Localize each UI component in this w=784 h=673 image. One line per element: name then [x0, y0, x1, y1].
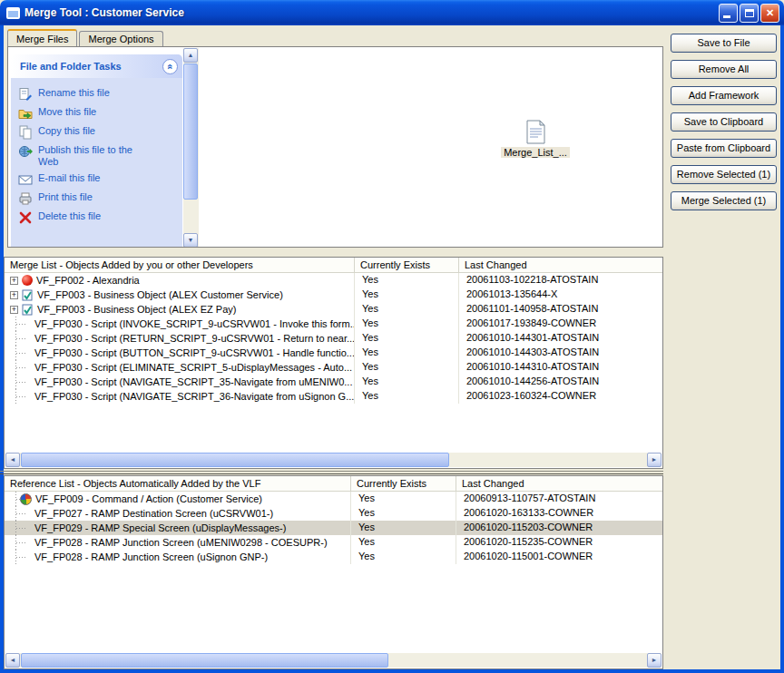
tab-merge-options[interactable]: Merge Options — [79, 31, 162, 46]
tree-line — [7, 331, 34, 346]
column-currently-exists: Currently Exists — [355, 258, 459, 272]
column-currently-exists: Currently Exists — [351, 476, 456, 491]
object-name-cell: VF_FP030 - Script (NAVIGATE_SCRIPT_36-Na… — [5, 389, 355, 404]
merge-list-file-item[interactable]: Merge_List_... — [494, 120, 577, 158]
table-row[interactable]: + VF_FP002 - Alexandria Yes 20061103-102… — [5, 273, 662, 288]
currently-exists-cell: Yes — [355, 389, 459, 404]
currently-exists-cell: Yes — [351, 506, 456, 521]
scroll-left-icon[interactable]: ◄ — [5, 453, 20, 467]
task-delete-file[interactable]: Delete this file — [18, 210, 179, 225]
table-row[interactable]: VF_FP027 - RAMP Destination Screen (uCSR… — [5, 506, 662, 521]
currently-exists-cell: Yes — [351, 550, 456, 564]
task-email-file[interactable]: E-mail this file — [18, 172, 179, 187]
tree-line — [7, 317, 34, 331]
tree-line — [7, 492, 20, 506]
task-move-file[interactable]: Move this file — [18, 106, 179, 121]
tree-line — [7, 535, 34, 550]
scroll-right-icon[interactable]: ► — [647, 653, 662, 668]
tree-line — [7, 506, 34, 521]
window-border-right — [780, 25, 784, 673]
paste-from-clipboard-button[interactable]: Paste from Clipboard — [671, 139, 777, 158]
last-changed-cell: 20061023-160324-COWNER — [459, 389, 662, 404]
table-row[interactable]: VF_FP030 - Script (INVOKE_SCRIPT_9-uCSRV… — [5, 317, 662, 331]
table-row[interactable]: + VF_FP003 - Business Object (ALEX Custo… — [5, 288, 662, 302]
currently-exists-cell: Yes — [355, 375, 459, 389]
save-to-clipboard-button[interactable]: Save to Clipboard — [671, 112, 777, 132]
currently-exists-cell: Yes — [351, 492, 456, 506]
tab-strip: Merge Files Merge Options — [7, 29, 165, 46]
merge-list-title: Merge List - Objects Added by you or oth… — [5, 258, 355, 272]
task-pane-vertical-scrollbar[interactable]: ▲ ▼ — [183, 48, 199, 248]
tree-line — [7, 521, 34, 535]
last-changed-cell: 20061020-115203-COWNER — [456, 521, 662, 535]
table-row[interactable]: VF_FP030 - Script (BUTTON_SCRIPT_9-uCSRV… — [5, 346, 662, 360]
table-row[interactable]: VF_FP030 - Script (RETURN_SCRIPT_9-uCSRV… — [5, 331, 662, 346]
tree-line — [7, 375, 34, 389]
reference-list-panel: Reference List - Objects Automatically A… — [4, 475, 663, 669]
expand-icon[interactable]: + — [10, 277, 18, 285]
table-row[interactable]: + VF_FP003 - Business Object (ALEX EZ Pa… — [5, 302, 662, 317]
expand-icon[interactable]: + — [10, 291, 18, 299]
tab-merge-files[interactable]: Merge Files — [7, 29, 77, 46]
table-row[interactable]: VF_FP030 - Script (ELIMINATE_SCRIPT_5-uD… — [5, 360, 662, 375]
scroll-right-icon[interactable]: ► — [647, 453, 662, 467]
remove-all-button[interactable]: Remove All — [671, 60, 777, 79]
object-name-cell: + VF_FP003 - Business Object (ALEX Custo… — [5, 288, 355, 302]
window-title: Merge Tool : Customer Service — [24, 6, 719, 19]
object-name-cell: + VF_FP003 - Business Object (ALEX EZ Pa… — [5, 302, 355, 317]
minimize-button[interactable] — [719, 4, 738, 23]
merge-selected-button[interactable]: Merge Selected (1) — [671, 191, 777, 210]
last-changed-cell: 20061103-102218-ATOSTAIN — [459, 273, 662, 288]
task-rename-file[interactable]: Rename this file — [18, 87, 179, 102]
window-border-bottom — [0, 669, 784, 673]
object-name-cell: VF_FP030 - Script (ELIMINATE_SCRIPT_5-uD… — [5, 360, 355, 375]
task-print-file[interactable]: Print this file — [18, 191, 179, 206]
reference-list-header: Reference List - Objects Automatically A… — [5, 476, 662, 492]
task-copy-file[interactable]: Copy this file — [18, 125, 179, 140]
vertical-scroll-thumb[interactable] — [183, 63, 198, 200]
collapse-chevron-icon[interactable]: « — [162, 59, 178, 74]
object-name-cell: VF_FP030 - Script (INVOKE_SCRIPT_9-uCSRV… — [5, 317, 355, 331]
table-row[interactable]: VF_FP028 - RAMP Junction Screen (uSignon… — [5, 550, 662, 564]
column-last-changed: Last Changed — [459, 258, 662, 272]
scroll-left-icon[interactable]: ◄ — [5, 653, 20, 668]
table-row-selected[interactable]: VF_FP029 - RAMP Special Screen (uDisplay… — [5, 521, 662, 535]
file-label: Merge_List_... — [501, 147, 570, 158]
task-pane-body: Rename this file Move this file Copy thi… — [11, 78, 182, 248]
file-and-folder-tasks-pane: File and Folder Tasks « Rename this file… — [11, 54, 182, 248]
last-changed-cell: 20061013-135644-X — [459, 288, 662, 302]
object-name-cell: + VF_FP002 - Alexandria — [5, 273, 355, 288]
rename-icon — [18, 87, 33, 102]
currently-exists-cell: Yes — [355, 346, 459, 360]
app-icon — [6, 7, 20, 19]
document-icon — [525, 120, 546, 144]
table-row[interactable]: VF_FP009 - Command / Action (Customer Se… — [5, 492, 662, 506]
close-button[interactable]: ✕ — [760, 4, 779, 23]
maximize-button[interactable] — [740, 4, 759, 23]
currently-exists-cell: Yes — [351, 521, 456, 535]
remove-selected-button[interactable]: Remove Selected (1) — [671, 165, 777, 184]
add-framework-button[interactable]: Add Framework — [671, 86, 777, 105]
reference-list-horizontal-scrollbar[interactable]: ◄ ► — [5, 653, 662, 668]
table-row[interactable]: VF_FP030 - Script (NAVIGATE_SCRIPT_35-Na… — [5, 375, 662, 389]
last-changed-cell: 20061101-140958-ATOSTAIN — [459, 302, 662, 317]
task-publish-file[interactable]: Publish this file to the Web — [18, 144, 179, 168]
merge-list-horizontal-scrollbar[interactable]: ◄ ► — [5, 453, 662, 467]
business-object-icon — [22, 289, 34, 301]
tree-line — [7, 389, 34, 404]
object-name-cell: VF_FP030 - Script (BUTTON_SCRIPT_9-uCSRV… — [5, 346, 355, 360]
scroll-down-icon[interactable]: ▼ — [183, 233, 198, 248]
object-name-cell: VF_FP028 - RAMP Junction Screen (uSignon… — [5, 550, 351, 564]
section-divider — [0, 473, 663, 474]
scroll-up-icon[interactable]: ▲ — [183, 48, 198, 63]
expand-icon[interactable]: + — [10, 306, 18, 314]
section-divider — [0, 471, 663, 472]
save-to-file-button[interactable]: Save to File — [671, 34, 777, 53]
table-row[interactable]: VF_FP028 - RAMP Junction Screen (uMENIW0… — [5, 535, 662, 550]
object-name-cell: VF_FP028 - RAMP Junction Screen (uMENIW0… — [5, 535, 351, 550]
table-row[interactable]: VF_FP030 - Script (NAVIGATE_SCRIPT_36-Na… — [5, 389, 662, 404]
horizontal-scroll-thumb[interactable] — [21, 653, 388, 668]
task-pane-title: File and Folder Tasks — [20, 61, 162, 72]
merge-tool-window: Merge Tool : Customer Service ✕ Merge Fi… — [0, 0, 784, 673]
horizontal-scroll-thumb[interactable] — [21, 453, 449, 467]
